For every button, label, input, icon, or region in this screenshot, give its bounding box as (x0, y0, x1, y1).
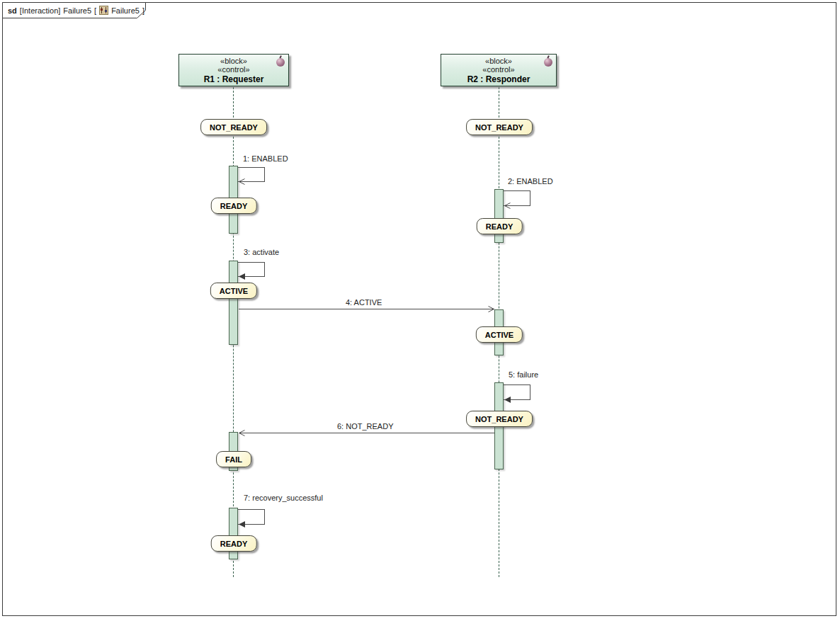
stereotype-label: «control» (217, 65, 249, 74)
open-arrowhead-icon (239, 178, 245, 185)
open-arrowhead-icon (239, 430, 245, 436)
diagram-kind-label: sd (8, 6, 17, 15)
lifeline-name: R1 : Requester (204, 74, 264, 84)
control-ball-icon (544, 58, 552, 67)
state-invariant-R2-not-ready-2[interactable]: NOT_READY (466, 411, 533, 427)
sequence-diagram-canvas: sd [Interaction] Failure5 [ Failure5 ] «… (0, 0, 840, 621)
open-arrowhead-icon (488, 306, 494, 312)
state-invariant-R1-ready-2[interactable]: READY (211, 535, 257, 552)
state-invariant-R2-ready-1[interactable]: READY (477, 218, 523, 234)
lifeline-R1-head[interactable]: «block» «control» R1 : Requester (178, 54, 289, 86)
activation-bar-R1-2[interactable] (229, 261, 238, 345)
open-arrowhead-icon (504, 203, 511, 209)
stereotype-label: «control» (482, 65, 514, 74)
lifeline-R2-head[interactable]: «block» «control» R2 : Responder (441, 54, 557, 86)
message-4-label[interactable]: 4: ACTIVE (346, 298, 382, 307)
diagram-inner-name-label: Failure5 (111, 6, 140, 15)
filled-arrowhead-icon (504, 397, 511, 403)
message-6-line[interactable] (239, 433, 494, 433)
filled-arrowhead-icon (239, 273, 245, 280)
stereotype-label: «block» (220, 57, 247, 65)
filled-arrowhead-icon (239, 521, 245, 528)
state-invariant-R2-active[interactable]: ACTIVE (476, 326, 523, 343)
state-invariant-R1-fail[interactable]: FAIL (216, 451, 251, 467)
state-invariant-R2-not-ready-1[interactable]: NOT_READY (466, 119, 533, 135)
message-7-label[interactable]: 7: recovery_successful (244, 494, 323, 502)
state-invariant-R1-not-ready-1[interactable]: NOT_READY (200, 119, 267, 135)
sequence-diagram-icon (99, 6, 108, 15)
message-2-label[interactable]: 2: ENABLED (508, 177, 553, 186)
lifeline-name: R2 : Responder (467, 74, 530, 84)
message-6-label[interactable]: 6: NOT_READY (337, 422, 393, 431)
open-bracket: [ (94, 6, 96, 15)
diagram-tab[interactable]: sd [Interaction] Failure5 [ Failure5 ] (8, 6, 144, 15)
message-3-label[interactable]: 3: activate (244, 248, 279, 256)
state-invariant-R1-active[interactable]: ACTIVE (210, 283, 257, 299)
message-5-label[interactable]: 5: failure (509, 370, 538, 379)
activation-bar-R1-4[interactable] (229, 508, 238, 559)
message-4-line[interactable] (239, 309, 494, 309)
diagram-type-label: [Interaction] (20, 6, 60, 15)
stereotype-label: «block» (485, 57, 512, 65)
activation-bar-R2-1[interactable] (494, 189, 504, 243)
message-1-label[interactable]: 1: ENABLED (243, 154, 288, 163)
diagram-name-label: Failure5 (63, 6, 91, 15)
state-invariant-R1-ready-1[interactable]: READY (211, 198, 257, 214)
close-bracket: ] (142, 6, 144, 15)
control-ball-icon (276, 58, 285, 67)
